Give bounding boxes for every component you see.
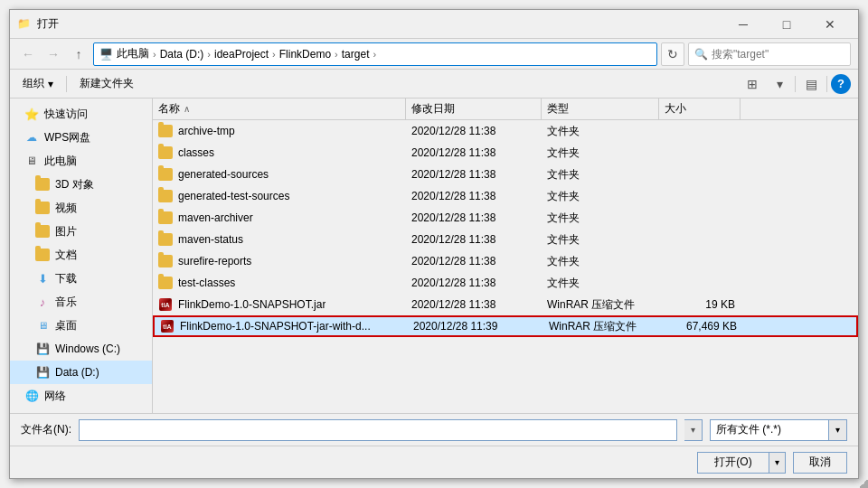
sidebar-label-network: 网络 bbox=[44, 389, 66, 404]
path-part-data: Data (D:) bbox=[160, 48, 204, 61]
minimize-button[interactable]: ─ bbox=[722, 14, 764, 35]
folder-video-icon bbox=[35, 201, 50, 215]
path-part-flink: FlinkDemo bbox=[279, 48, 331, 61]
file-type: 文件夹 bbox=[542, 272, 659, 294]
filetype-select[interactable]: 所有文件 (*.*) ▾ bbox=[710, 419, 847, 441]
cancel-button[interactable]: 取消 bbox=[793, 452, 847, 474]
file-date: 2020/12/28 11:38 bbox=[406, 185, 542, 207]
star-icon: ⭐ bbox=[24, 107, 39, 121]
file-date: 2020/12/28 11:38 bbox=[406, 229, 542, 250]
path-part-pc: 此电脑 bbox=[117, 46, 149, 61]
table-row[interactable]: maven-archiver2020/12/28 11:38文件夹 bbox=[153, 207, 858, 229]
music-icon: ♪ bbox=[35, 295, 50, 309]
file-type: 文件夹 bbox=[542, 142, 659, 164]
col-size-label: 大小 bbox=[665, 101, 686, 117]
help-button[interactable]: ? bbox=[831, 74, 851, 94]
toolbar-sep-2 bbox=[795, 76, 796, 92]
filename-input[interactable] bbox=[83, 424, 673, 436]
table-row[interactable]: surefire-reports2020/12/28 11:38文件夹 bbox=[153, 250, 858, 272]
sidebar-item-network[interactable]: 🌐 网络 bbox=[10, 384, 152, 408]
drive-d-icon: 💾 bbox=[35, 365, 50, 380]
sidebar-item-documents[interactable]: 文档 bbox=[10, 243, 152, 267]
pane-btn[interactable]: ▤ bbox=[799, 73, 823, 95]
address-bar: ← → ↑ 🖥️ 此电脑 › Data (D:) › ideaProject ›… bbox=[10, 39, 858, 70]
col-type-label: 类型 bbox=[547, 101, 569, 117]
address-path[interactable]: 🖥️ 此电脑 › Data (D:) › ideaProject › Flink… bbox=[93, 42, 657, 66]
folder-3d-icon bbox=[35, 177, 50, 192]
file-date: 2020/12/28 11:38 bbox=[406, 294, 542, 315]
sidebar-item-quick-access[interactable]: ⭐ 快速访问 bbox=[10, 102, 152, 126]
sidebar-item-drive-d[interactable]: 💾 Data (D:) bbox=[10, 361, 152, 384]
sidebar-item-this-pc[interactable]: 🖥 此电脑 bbox=[10, 149, 152, 173]
file-list-header: 名称 ∧ 修改日期 类型 大小 bbox=[153, 99, 858, 120]
new-folder-button[interactable]: 新建文件夹 bbox=[74, 73, 139, 95]
file-name: classes bbox=[178, 146, 214, 159]
file-type: 文件夹 bbox=[542, 250, 659, 272]
resize-handle[interactable] bbox=[859, 479, 868, 488]
col-header-date[interactable]: 修改日期 bbox=[406, 99, 542, 119]
filetype-arrow-btn[interactable]: ▾ bbox=[828, 420, 846, 440]
table-row[interactable]: tIAFlinkDemo-1.0-SNAPSHOT.jar2020/12/28 … bbox=[153, 294, 858, 315]
file-list-body[interactable]: archive-tmp2020/12/28 11:38文件夹classes202… bbox=[153, 120, 858, 413]
view-arrow-btn[interactable]: ▾ bbox=[768, 73, 791, 95]
refresh-button[interactable]: ↻ bbox=[661, 42, 684, 66]
sidebar-item-music[interactable]: ♪ 音乐 bbox=[10, 290, 152, 314]
file-date: 2020/12/28 11:38 bbox=[406, 207, 542, 229]
table-row[interactable]: test-classes2020/12/28 11:38文件夹 bbox=[153, 272, 858, 294]
sidebar-item-wps-cloud[interactable]: ☁ WPS网盘 bbox=[10, 126, 152, 149]
table-row[interactable]: archive-tmp2020/12/28 11:38文件夹 bbox=[153, 120, 858, 142]
sidebar-item-drive-c[interactable]: 💾 Windows (C:) bbox=[10, 337, 152, 361]
folder-icon bbox=[158, 146, 173, 159]
sidebar-item-3d-objects[interactable]: 3D 对象 bbox=[10, 173, 152, 196]
toolbar-separator bbox=[66, 76, 67, 92]
filename-input-wrap[interactable] bbox=[79, 419, 677, 441]
up-button[interactable]: ↑ bbox=[68, 43, 90, 65]
back-button[interactable]: ← bbox=[17, 43, 39, 65]
path-sep-5: › bbox=[373, 49, 376, 60]
maximize-button[interactable]: □ bbox=[766, 14, 807, 35]
file-size bbox=[659, 120, 741, 142]
network-icon: 🌐 bbox=[24, 389, 39, 403]
toolbar-right: ⊞ ▾ ▤ ? bbox=[741, 73, 851, 95]
path-sep-3: › bbox=[272, 49, 276, 60]
view-toggle-btn[interactable]: ⊞ bbox=[741, 73, 764, 95]
sidebar-item-downloads[interactable]: ⬇ 下载 bbox=[10, 267, 152, 290]
table-row[interactable]: tIAFlinkDemo-1.0-SNAPSHOT-jar-with-d...2… bbox=[153, 315, 858, 337]
organize-button[interactable]: 组织 ▾ bbox=[17, 73, 59, 95]
sidebar-item-videos[interactable]: 视频 bbox=[10, 196, 152, 220]
sidebar-item-pictures[interactable]: 图片 bbox=[10, 220, 152, 243]
open-btn-wrap: 打开(O) ▾ bbox=[697, 452, 786, 474]
filename-bar: 文件名(N): ▾ 所有文件 (*.*) ▾ bbox=[10, 413, 858, 446]
file-size bbox=[659, 229, 741, 250]
downloads-icon: ⬇ bbox=[35, 271, 50, 286]
title-text: 打开 bbox=[37, 16, 722, 32]
open-dropdown-arrow[interactable]: ▾ bbox=[769, 452, 786, 474]
col-header-type[interactable]: 类型 bbox=[542, 99, 659, 119]
sidebar-label-documents: 文档 bbox=[55, 248, 77, 263]
table-row[interactable]: generated-test-sources2020/12/28 11:38文件… bbox=[153, 185, 858, 207]
search-box[interactable]: 🔍 bbox=[688, 42, 851, 66]
table-row[interactable]: maven-status2020/12/28 11:38文件夹 bbox=[153, 229, 858, 250]
search-icon: 🔍 bbox=[694, 48, 708, 61]
col-header-name[interactable]: 名称 ∧ bbox=[153, 99, 406, 119]
table-row[interactable]: classes2020/12/28 11:38文件夹 bbox=[153, 142, 858, 164]
folder-icon bbox=[158, 168, 173, 181]
table-row[interactable]: generated-sources2020/12/28 11:38文件夹 bbox=[153, 164, 858, 185]
path-part-idea: ideaProject bbox=[214, 48, 269, 61]
toolbar: 组织 ▾ 新建文件夹 ⊞ ▾ ▤ ? bbox=[10, 70, 858, 99]
filename-dropdown-btn[interactable]: ▾ bbox=[684, 419, 703, 441]
file-date: 2020/12/28 11:38 bbox=[406, 272, 542, 294]
file-date: 2020/12/28 11:38 bbox=[406, 120, 542, 142]
forward-button[interactable]: → bbox=[42, 43, 64, 65]
close-button[interactable]: ✕ bbox=[809, 14, 851, 35]
col-header-size[interactable]: 大小 bbox=[659, 99, 741, 119]
open-button[interactable]: 打开(O) bbox=[697, 452, 769, 474]
organize-label: 组织 bbox=[23, 76, 44, 91]
folder-icon bbox=[158, 255, 173, 267]
cloud-icon: ☁ bbox=[24, 130, 39, 145]
search-input[interactable] bbox=[712, 48, 847, 61]
folder-icon bbox=[158, 233, 173, 246]
folder-docs-icon bbox=[35, 248, 50, 262]
sidebar-item-desktop[interactable]: 🖥 桌面 bbox=[10, 314, 152, 337]
sidebar-label-quick-access: 快速访问 bbox=[44, 107, 88, 122]
